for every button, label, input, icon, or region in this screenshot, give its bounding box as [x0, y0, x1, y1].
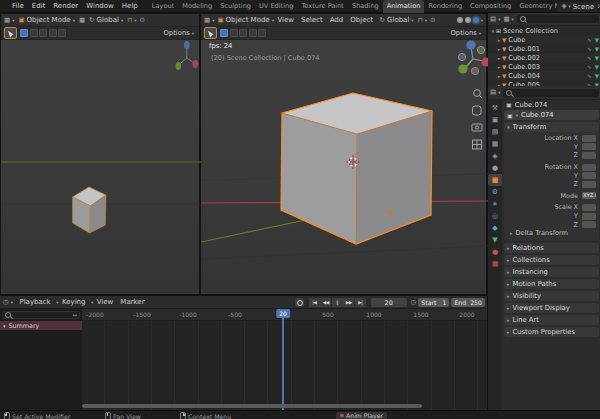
relations-panel[interactable]: ▸Relations — [504, 243, 599, 253]
select-box-tool-button[interactable] — [4, 27, 17, 39]
tool-mode-button-2[interactable] — [230, 29, 238, 37]
display-mode-icon[interactable]: ▦ — [503, 16, 509, 23]
outliner-search-input[interactable] — [517, 15, 599, 23]
tool-mode-button-2[interactable] — [30, 29, 38, 37]
tab-render-icon[interactable]: ▣ — [488, 114, 502, 126]
frame-end-field[interactable]: End250 — [451, 298, 485, 307]
tab-object-data-icon[interactable]: ▼ — [488, 234, 502, 246]
tab-particles-icon[interactable]: ∗ — [488, 198, 502, 210]
collections-panel[interactable]: ▸Collections — [504, 255, 599, 265]
channel-search-input[interactable]: ↔ — [2, 311, 80, 319]
tab-material-icon[interactable]: ● — [488, 246, 502, 258]
editor-type-icon[interactable]: ▦ — [204, 17, 210, 24]
mesh-data-icon[interactable]: ▼ — [595, 37, 599, 43]
tab-tool-icon[interactable]: ⚒ — [488, 102, 502, 114]
location-x-field[interactable] — [582, 135, 596, 142]
outliner-row-cube-001[interactable]: ▸ ▼ Cube.001 ∿ ▼ — [488, 44, 600, 53]
mesh-data-icon[interactable]: ▼ — [595, 73, 599, 79]
outliner-row-cube-004[interactable]: ▸ ▼ Cube.004 ∿ ▼ — [488, 71, 600, 80]
timeline-editor-icon[interactable]: ◷ — [3, 299, 9, 306]
tab-compositing[interactable]: Compositing — [466, 0, 515, 13]
rotation-mode-dropdown[interactable]: XYZ Euler — [582, 192, 596, 199]
outliner-editor-icon[interactable]: ▤ — [490, 16, 496, 23]
tab-world-icon[interactable]: ● — [488, 162, 502, 174]
tool-mode-button-3[interactable] — [239, 29, 247, 37]
tab-output-icon[interactable]: ▤ — [488, 126, 502, 138]
playhead-line[interactable] — [282, 309, 284, 411]
tab-rendering[interactable]: Rendering — [424, 0, 466, 13]
properties-search-input[interactable] — [503, 89, 599, 97]
playhead-frame-badge[interactable]: 20 — [276, 309, 290, 318]
motion-paths-panel[interactable]: ▸Motion Paths — [504, 279, 599, 289]
scale-y-field[interactable] — [582, 213, 596, 220]
menu-select[interactable]: Select — [298, 16, 327, 24]
tab-physics-icon[interactable]: ◎ — [488, 210, 502, 222]
viewport-left[interactable]: ▦▾ ▣ Object Mode▾ ▦ ↻ Global▾ ⊓▾ ⊙ Optio… — [0, 13, 200, 295]
pause-button[interactable]: ‖ — [332, 298, 343, 307]
animation-data-icon[interactable]: ∿ — [587, 55, 592, 61]
chevron-down-icon[interactable]: ▾ — [481, 18, 483, 23]
tool-mode-button-5[interactable] — [58, 29, 66, 37]
orientation-dropdown[interactable]: Global — [387, 16, 409, 24]
tab-modeling[interactable]: Modeling — [178, 0, 216, 13]
outliner-row-cube-002[interactable]: ▸ ▼ Cube.002 ∿ ▼ — [488, 53, 600, 62]
pan-hand-icon[interactable] — [473, 106, 482, 115]
instancing-panel[interactable]: ▸Instancing — [504, 267, 599, 277]
snap-magnet-icon[interactable]: ⊓ — [127, 17, 132, 24]
scene-selector[interactable]: ◈ ▾ Scene — [557, 2, 598, 12]
camera-view-icon[interactable] — [472, 124, 482, 131]
next-keyframe-button[interactable]: ▶▶ — [343, 298, 354, 307]
menu-keying[interactable]: Keying — [58, 298, 89, 306]
tool-mode-button-3[interactable] — [39, 29, 47, 37]
jump-to-start-button[interactable]: |◀ — [309, 298, 320, 307]
tool-mode-button-4[interactable] — [49, 29, 57, 37]
menu-marker[interactable]: Marker — [117, 298, 148, 306]
menu-view[interactable]: View — [274, 16, 298, 24]
timeline-grid[interactable]: -2000 -1500 -1000 -500 500 1000 1500 200… — [82, 309, 487, 411]
animation-data-icon[interactable]: ∿ — [587, 37, 592, 43]
properties-editor-icon[interactable]: ▤ — [490, 89, 496, 96]
object-name-field[interactable]: ▣▾ Cube.074 — [504, 110, 599, 120]
orientation-dropdown[interactable]: Global — [97, 16, 119, 24]
tab-shading[interactable]: Shading — [348, 0, 383, 13]
current-frame-field[interactable]: 20 — [371, 298, 407, 307]
shading-material-icon[interactable] — [473, 17, 479, 23]
outliner-row-scene-collection[interactable]: ▾ ⊞ Scene Collection — [488, 26, 600, 35]
tab-sculpting[interactable]: Sculpting — [216, 0, 255, 13]
tool-mode-button-4[interactable] — [249, 29, 257, 37]
location-y-field[interactable] — [582, 143, 596, 150]
grid-icon[interactable]: ▦ — [79, 17, 85, 24]
scale-z-field[interactable] — [582, 221, 596, 228]
visibility-panel[interactable]: ▸Visibility — [504, 291, 599, 301]
mode-dropdown[interactable]: Object Mode — [226, 16, 270, 24]
tab-view-layer-icon[interactable]: ▦ — [488, 138, 502, 150]
menu-render[interactable]: Render — [49, 2, 82, 10]
snap-magnet-icon[interactable]: ⊓ — [418, 17, 423, 24]
outliner-row-cube[interactable]: ▸ ▼ Cube ∿ ▼ — [488, 35, 600, 44]
custom-properties-panel[interactable]: ▸Custom Properties — [504, 327, 599, 337]
tool-mode-button-1[interactable] — [220, 29, 228, 37]
scale-x-field[interactable] — [582, 204, 596, 211]
mode-dropdown[interactable]: Object Mode — [27, 16, 71, 24]
tab-object-icon[interactable]: ■ — [488, 174, 502, 186]
shading-solid-icon[interactable] — [465, 17, 471, 23]
tool-mode-button-5[interactable] — [258, 29, 266, 37]
viewport-main[interactable]: ▦▾ ▣ Object Mode▾ View Select Add Object… — [200, 13, 487, 295]
location-z-field[interactable] — [582, 152, 596, 159]
rotation-x-field[interactable] — [582, 164, 596, 171]
animation-data-icon[interactable]: ∿ — [587, 64, 592, 70]
menu-edit[interactable]: Edit — [28, 2, 50, 10]
options-dropdown[interactable]: Options▾ — [451, 29, 484, 37]
animation-data-icon[interactable]: ∿ — [587, 46, 592, 52]
summary-channel[interactable]: ▾ Summary — [0, 321, 82, 330]
menu-view[interactable]: View — [93, 298, 117, 306]
mesh-data-icon[interactable]: ▼ — [595, 55, 599, 61]
tab-uv-editing[interactable]: UV Editing — [255, 0, 297, 13]
auto-keying-toggle[interactable] — [295, 298, 304, 307]
menu-object[interactable]: Object — [347, 16, 377, 24]
menu-file[interactable]: File — [8, 2, 28, 10]
mesh-data-icon[interactable]: ▼ — [595, 46, 599, 52]
use-preview-range-icon[interactable]: ◷ — [411, 299, 417, 306]
tab-modifiers-icon[interactable]: ⚙ — [488, 186, 502, 198]
tab-constraints-icon[interactable]: ◆ — [488, 222, 502, 234]
